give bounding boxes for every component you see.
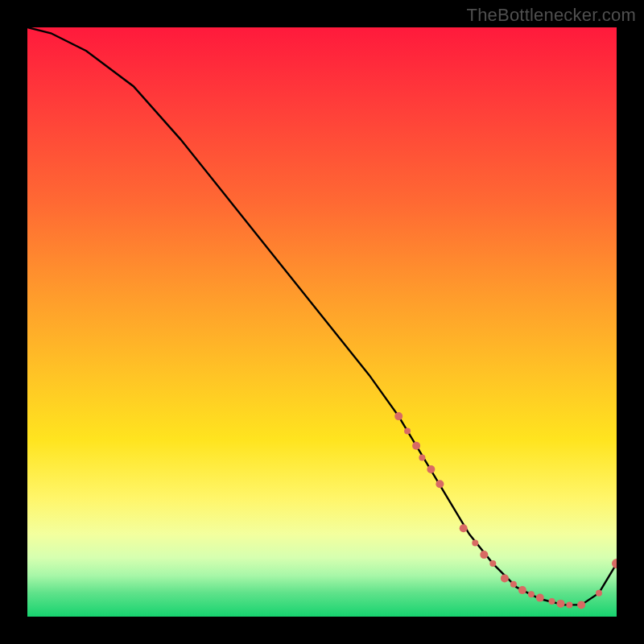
curve-dot xyxy=(557,600,565,608)
curve-dot xyxy=(536,594,544,602)
curve-dot xyxy=(419,454,425,460)
curve-dot xyxy=(489,560,496,567)
curve-dot xyxy=(596,590,602,597)
curve-dot xyxy=(549,598,555,605)
curve-dot xyxy=(394,412,402,420)
curve-dot xyxy=(412,442,420,450)
curve-dot xyxy=(436,480,444,488)
curve-dot xyxy=(460,524,468,532)
curve-dot xyxy=(501,574,509,582)
curve-layer xyxy=(27,27,617,617)
curve-dot xyxy=(566,601,572,608)
gradient-plot-area xyxy=(27,27,617,617)
curve-dot xyxy=(404,427,411,434)
chart-frame: TheBottlenecker.com xyxy=(0,0,644,644)
curve-dot xyxy=(577,601,585,609)
curve-dot xyxy=(528,591,535,597)
bottleneck-curve xyxy=(27,27,617,605)
curve-dot xyxy=(518,586,526,594)
curve-dot xyxy=(427,465,435,473)
curve-dot xyxy=(472,540,478,547)
curve-dot xyxy=(612,559,617,568)
curve-dots xyxy=(394,412,617,609)
curve-dot xyxy=(480,551,488,559)
watermark-text: TheBottlenecker.com xyxy=(467,5,636,26)
curve-dot xyxy=(510,581,517,588)
